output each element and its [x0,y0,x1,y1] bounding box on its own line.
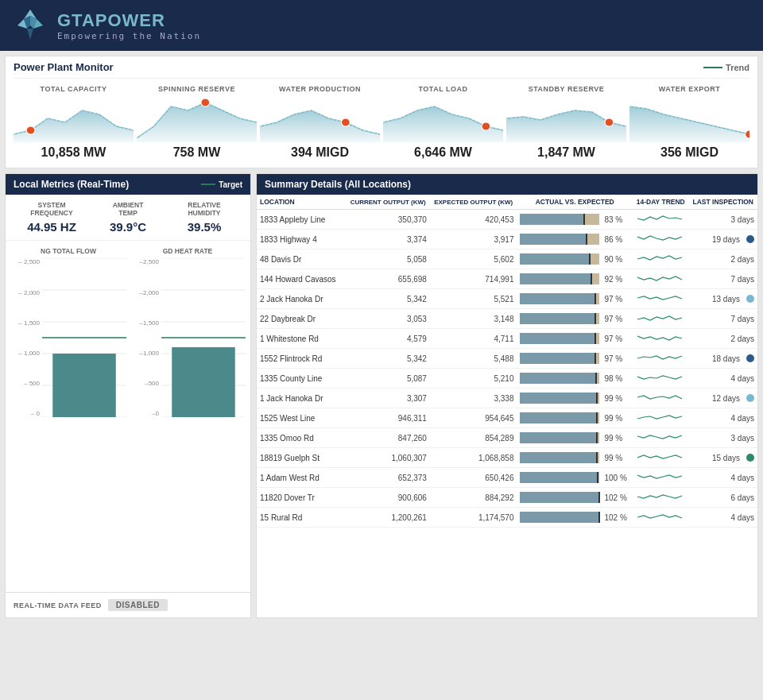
svg-point-15 [605,118,614,126]
dot-dark [746,354,754,362]
metric-label-2: WATER PRODUCTION [260,85,380,93]
cell-pct: 86 % [604,235,622,244]
metrics-row: TOTAL CAPACITY 10,858 MW SPINNING RESERV… [14,85,749,160]
cell-trend [633,448,689,468]
metric-water-export: WATER EXPORT 356 MIGD [629,85,749,160]
app-title: GTAPOWER [57,10,201,31]
cell-pct: 99 % [604,394,622,403]
cell-expected: 3,148 [430,309,517,329]
cell-expected: 5,488 [430,349,517,369]
cell-expected: 3,917 [430,230,517,249]
col-expected: EXPECTED OUTPUT (kW) [430,195,517,210]
cell-current: 5,087 [346,369,429,389]
metric-label-4: STANDBY RESERVE [506,85,626,93]
table-row: 1335 County Line 5,087 5,210 98 % 4 days [257,369,757,389]
metric-chart-1 [137,95,257,142]
cell-avse: 83 % [517,210,633,230]
cell-days: 2 days [689,249,757,269]
ppm-title: Power Plant Monitor [14,61,114,73]
cell-pct: 83 % [604,215,622,224]
local-panel-header: Local Metrics (Real-Time) Target [6,174,250,195]
lm-label-1: AMBIENTTEMP [90,201,166,217]
svg-rect-32 [172,347,235,417]
cell-days: 19 days [689,230,757,249]
cell-avse: 90 % [517,249,633,269]
cell-location: 1833 Appleby Line [257,210,346,230]
cell-current: 5,058 [346,249,429,269]
cell-avse: 97 % [517,329,633,349]
table-row: 144 Howard Cavasos 655,698 714,991 92 % … [257,269,757,289]
locations-table: LOCATION CURRENT OUTPUT (kW) EXPECTED OU… [257,195,757,528]
cell-expected: 884,292 [430,488,517,508]
cell-pct: 99 % [604,434,622,443]
cell-trend [633,408,689,428]
gd-heat-label: GD HEAT RATE [130,247,246,255]
rtdf-status[interactable]: Disabled [108,599,168,611]
table-row: 1833 Appleby Line 350,370 420,453 83 % 3… [257,210,757,230]
cell-days: 4 days [689,468,757,488]
cell-current: 3,374 [346,230,429,249]
metric-label-1: SPINNING RESERVE [137,85,257,93]
cell-avse: 97 % [517,309,633,329]
cell-trend [633,230,689,249]
svg-point-7 [26,126,35,134]
cell-trend [633,508,689,528]
cell-trend [633,389,689,408]
cell-current: 4,579 [346,329,429,349]
metric-label-5: WATER EXPORT [629,85,749,93]
col-avse: ACTUAL VS. EXPECTED [517,195,633,210]
cell-expected: 420,453 [430,210,517,230]
svg-marker-5 [27,29,33,40]
lm-system-frequency: SYSTEMFREQUENCY 44.95 HZ [14,201,90,234]
lm-label-0: SYSTEMFREQUENCY [14,201,90,217]
cell-avse: 102 % [517,488,633,508]
cell-days: 7 days [689,309,757,329]
cell-days: 2 days [689,329,757,349]
cell-expected: 954,645 [430,408,517,428]
metric-label-3: TOTAL LOAD [383,85,503,93]
svg-point-9 [201,99,210,106]
metric-value-4: 1,847 MW [506,145,626,160]
cell-current: 350,370 [346,210,429,230]
table-row: 1 Whitestone Rd 4,579 4,711 97 % 2 days [257,329,757,349]
table-row: 15 Rural Rd 1,200,261 1,174,570 102 % 4 … [257,508,757,528]
cell-avse: 99 % [517,389,633,408]
table-row: 11820 Dover Tr 900,606 884,292 102 % 6 d… [257,488,757,508]
trend-line-icon [703,67,722,68]
table-row: 1 Adam West Rd 652,373 650,426 100 % 4 d… [257,468,757,488]
summary-panel: Summary Details (All Locations) LOCATION… [256,173,758,618]
cell-expected: 714,991 [430,269,517,289]
lm-value-0: 44.95 HZ [14,220,90,234]
ng-axis: – 2,500– 2,000– 1,500– 1,000– 500– 0 [10,258,42,417]
cell-expected: 1,068,858 [430,448,517,468]
cell-location: 2 Jack Hanoka Dr [257,289,346,309]
cell-expected: 3,338 [430,389,517,408]
rtdf-footer: REAL-TIME DATA FEED Disabled [6,592,250,617]
cell-pct: 100 % [604,474,626,482]
cell-pct: 97 % [604,335,622,343]
cell-pct: 97 % [604,315,622,323]
svg-marker-16 [629,106,749,142]
cell-pct: 97 % [604,295,622,304]
cell-current: 5,342 [346,349,429,369]
table-row: 22 Daybreak Dr 3,053 3,148 97 % 7 days [257,309,757,329]
dot-dark [746,235,754,243]
summary-panel-header: Summary Details (All Locations) [257,174,757,195]
svg-rect-24 [52,354,116,417]
cell-trend [633,428,689,448]
cell-location: 48 Davis Dr [257,249,346,269]
metric-value-2: 394 MIGD [260,145,380,160]
cell-location: 11820 Dover Tr [257,488,346,508]
local-panel-title: Local Metrics (Real-Time) [14,179,129,190]
target-legend: Target [201,180,242,189]
cell-avse: 97 % [517,289,633,309]
gd-axis: –2,500–2,000–1,500–1,000–500–0 [130,258,161,417]
summary-table[interactable]: LOCATION CURRENT OUTPUT (kW) EXPECTED OU… [257,195,757,617]
cell-location: 1552 Flintrock Rd [257,349,346,369]
metric-chart-2 [260,95,380,142]
metric-standby-reserve: STANDBY RESERVE 1,847 MW [506,85,626,160]
cell-pct: 90 % [604,255,622,264]
metric-value-0: 10,858 MW [14,145,134,160]
cell-pct: 92 % [604,275,622,284]
summary-panel-title: Summary Details (All Locations) [265,179,411,190]
